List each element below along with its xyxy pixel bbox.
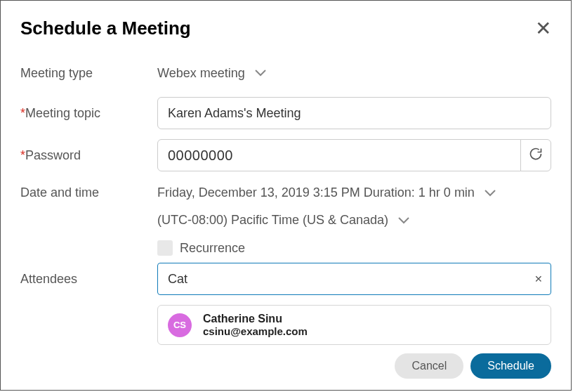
recurrence-label: Recurrence bbox=[180, 241, 245, 256]
password-input[interactable] bbox=[157, 139, 521, 171]
chevron-down-icon bbox=[485, 190, 496, 197]
suggestion-email: csinu@example.com bbox=[203, 325, 308, 337]
regenerate-password-button[interactable] bbox=[520, 139, 551, 171]
dialog-title: Schedule a Meeting bbox=[20, 18, 191, 39]
recurrence-checkbox[interactable] bbox=[157, 240, 173, 256]
attendee-suggestion[interactable]: CS Catherine Sinu csinu@example.com bbox=[157, 305, 551, 345]
avatar: CS bbox=[168, 313, 192, 337]
suggestion-name: Catherine Sinu bbox=[203, 313, 308, 325]
meeting-topic-input[interactable] bbox=[157, 97, 551, 129]
schedule-meeting-dialog: Schedule a Meeting ✕ Meeting type Webex … bbox=[0, 0, 572, 391]
password-label: Password bbox=[20, 148, 157, 163]
meeting-type-label: Meeting type bbox=[20, 66, 157, 81]
meeting-type-select[interactable]: Webex meeting bbox=[157, 66, 551, 81]
datetime-select[interactable]: Friday, December 13, 2019 3:15 PM Durati… bbox=[157, 185, 551, 200]
timezone-select[interactable]: (UTC-08:00) Pacific Time (US & Canada) bbox=[157, 213, 551, 228]
cancel-button[interactable]: Cancel bbox=[395, 353, 463, 379]
chevron-down-icon bbox=[398, 217, 409, 224]
meeting-topic-label: Meeting topic bbox=[20, 106, 157, 121]
dialog-header: Schedule a Meeting ✕ bbox=[20, 18, 551, 39]
meeting-type-value: Webex meeting bbox=[157, 66, 245, 81]
clear-attendee-icon[interactable]: ✕ bbox=[534, 273, 543, 285]
chevron-down-icon bbox=[255, 70, 266, 77]
attendees-input[interactable] bbox=[157, 263, 551, 295]
refresh-icon bbox=[529, 147, 543, 164]
schedule-button[interactable]: Schedule bbox=[470, 353, 551, 379]
close-icon[interactable]: ✕ bbox=[535, 19, 551, 39]
dialog-footer: Cancel Schedule bbox=[395, 353, 551, 379]
date-time-label: Date and time bbox=[20, 185, 157, 200]
attendees-label: Attendees bbox=[20, 272, 157, 287]
timezone-value: (UTC-08:00) Pacific Time (US & Canada) bbox=[157, 213, 388, 228]
datetime-summary: Friday, December 13, 2019 3:15 PM Durati… bbox=[157, 185, 475, 200]
